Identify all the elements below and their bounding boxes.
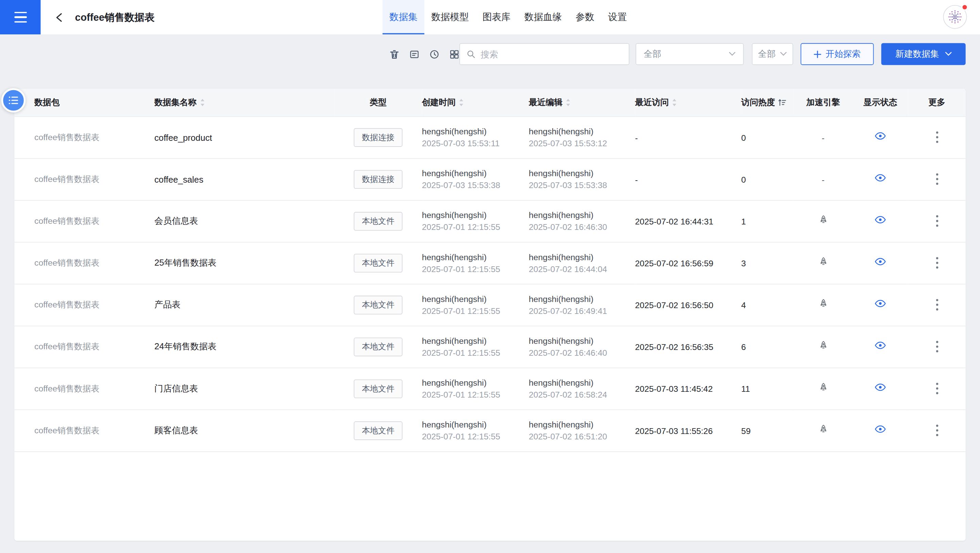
hamburger-menu-button[interactable] bbox=[0, 0, 40, 34]
account-avatar[interactable] bbox=[943, 5, 967, 29]
accelerate-rocket-icon[interactable] bbox=[818, 382, 828, 392]
column-header-edited[interactable]: 最近编辑 bbox=[529, 89, 635, 116]
back-button[interactable] bbox=[50, 0, 69, 34]
created-at: 2025-07-03 15:53:11 bbox=[422, 137, 529, 149]
nav-tab[interactable]: 设置 bbox=[601, 0, 634, 34]
row-more-menu[interactable] bbox=[933, 296, 941, 314]
column-header-name[interactable]: 数据集名称 bbox=[154, 89, 334, 116]
edited-by: hengshi(hengshi) bbox=[529, 335, 635, 347]
visibility-eye-icon[interactable] bbox=[874, 298, 886, 309]
sort-icon[interactable] bbox=[672, 99, 677, 106]
edited-by: hengshi(hengshi) bbox=[529, 376, 635, 388]
created-by: hengshi(hengshi) bbox=[422, 419, 529, 430]
edited-by: hengshi(hengshi) bbox=[529, 419, 635, 430]
accelerate-rocket-icon[interactable] bbox=[818, 214, 828, 225]
edited-at: 2025-07-02 16:44:04 bbox=[529, 263, 635, 275]
last-access-time: 2025-07-03 11:55:26 bbox=[635, 426, 713, 436]
search-box bbox=[460, 43, 629, 65]
visibility-eye-icon[interactable] bbox=[874, 214, 886, 226]
create-dataset-button[interactable]: 新建数据集 bbox=[881, 43, 966, 65]
trash-icon[interactable] bbox=[387, 47, 401, 61]
created-at: 2025-07-03 15:53:38 bbox=[422, 179, 529, 191]
last-access-time: 2025-07-02 16:56:35 bbox=[635, 342, 713, 352]
sort-icon[interactable] bbox=[200, 99, 205, 106]
dataset-table: 数据包 数据集名称 类型 创建时间 最近编辑 最近访问 访问热度 加速引擎 显示… bbox=[14, 89, 966, 452]
dataset-name-link[interactable]: 会员信息表 bbox=[154, 216, 198, 225]
nav-tab[interactable]: 图表库 bbox=[476, 0, 517, 34]
accelerate-rocket-icon[interactable] bbox=[818, 257, 828, 267]
created-at: 2025-07-01 12:15:55 bbox=[422, 305, 529, 317]
visibility-eye-icon[interactable] bbox=[874, 172, 886, 184]
dataset-name-link[interactable]: 门店信息表 bbox=[154, 383, 198, 393]
nav-tabs: 数据集 数据模型 图表库 数据血缘 参数 设置 bbox=[383, 0, 634, 34]
nav-tab[interactable]: 数据集 bbox=[383, 0, 424, 34]
visibility-eye-icon[interactable] bbox=[874, 381, 886, 393]
accelerate-rocket-icon[interactable] bbox=[818, 298, 828, 309]
dataset-type-badge: 本地文件 bbox=[354, 421, 402, 440]
edited-at: 2025-07-03 15:53:12 bbox=[529, 137, 635, 149]
table-row[interactable]: coffee销售数据表 顾客信息表 本地文件 hengshi(hengshi) … bbox=[14, 410, 966, 451]
nav-tab-label: 设置 bbox=[608, 11, 627, 23]
created-by: hengshi(hengshi) bbox=[422, 126, 529, 137]
table-row[interactable]: coffee销售数据表 24年销售数据表 本地文件 hengshi(hengsh… bbox=[14, 326, 966, 368]
sort-amount-icon[interactable] bbox=[778, 99, 786, 106]
table-row[interactable]: coffee销售数据表 25年销售数据表 本地文件 hengshi(hengsh… bbox=[14, 242, 966, 284]
dataset-name-link[interactable]: 顾客信息表 bbox=[154, 425, 198, 435]
row-more-menu[interactable] bbox=[933, 338, 941, 356]
access-heat-count: 11 bbox=[741, 384, 750, 394]
dataset-name-link[interactable]: 24年销售数据表 bbox=[154, 341, 216, 351]
dataset-name-link[interactable]: coffee_sales bbox=[154, 174, 204, 184]
column-header-heat[interactable]: 访问热度 bbox=[741, 89, 794, 116]
column-header-created[interactable]: 创建时间 bbox=[422, 89, 529, 116]
visibility-eye-icon[interactable] bbox=[874, 423, 886, 435]
table-row[interactable]: coffee销售数据表 coffee_product 数据连接 hengshi(… bbox=[14, 116, 966, 158]
form-icon[interactable] bbox=[407, 47, 421, 61]
row-more-menu[interactable] bbox=[933, 212, 941, 230]
edited-at: 2025-07-02 16:46:40 bbox=[529, 347, 635, 359]
start-explore-label: 开始探索 bbox=[826, 48, 861, 59]
dataset-name-link[interactable]: coffee_product bbox=[154, 132, 212, 142]
table-row[interactable]: coffee销售数据表 门店信息表 本地文件 hengshi(hengshi) … bbox=[14, 368, 966, 410]
column-header-last-access[interactable]: 最近访问 bbox=[635, 89, 741, 116]
search-input[interactable] bbox=[480, 49, 622, 59]
accelerate-rocket-icon[interactable] bbox=[818, 424, 828, 434]
sort-icon[interactable] bbox=[459, 99, 464, 106]
visibility-eye-icon[interactable] bbox=[874, 339, 886, 351]
dataset-type-badge: 本地文件 bbox=[354, 212, 402, 230]
filter-dropdown-scope[interactable]: 全部 bbox=[636, 43, 744, 65]
filter-dropdown-type[interactable]: 全部 bbox=[752, 43, 793, 65]
dataset-type-badge: 本地文件 bbox=[354, 253, 402, 272]
nav-tab[interactable]: 数据血缘 bbox=[517, 0, 569, 34]
edited-by: hengshi(hengshi) bbox=[529, 251, 635, 263]
dataset-type-badge: 数据连接 bbox=[354, 128, 402, 147]
start-explore-button[interactable]: 开始探索 bbox=[800, 43, 873, 65]
row-more-menu[interactable] bbox=[933, 421, 941, 440]
dataset-name-link[interactable]: 25年销售数据表 bbox=[154, 257, 216, 267]
visibility-eye-icon[interactable] bbox=[874, 256, 886, 268]
visibility-eye-icon[interactable] bbox=[874, 130, 886, 142]
dataset-package: coffee销售数据表 bbox=[34, 342, 99, 351]
row-more-menu[interactable] bbox=[933, 254, 941, 272]
edited-by: hengshi(hengshi) bbox=[529, 167, 635, 179]
create-dataset-label: 新建数据集 bbox=[895, 48, 939, 59]
row-more-menu[interactable] bbox=[933, 379, 941, 398]
row-more-menu[interactable] bbox=[933, 128, 941, 146]
dataset-type-badge: 本地文件 bbox=[354, 337, 402, 356]
sort-icon[interactable] bbox=[565, 99, 571, 106]
table-row[interactable]: coffee销售数据表 coffee_sales 数据连接 hengshi(he… bbox=[14, 158, 966, 200]
sidebar-expand-toggle[interactable] bbox=[2, 88, 26, 113]
dataset-package: coffee销售数据表 bbox=[34, 258, 99, 268]
table-row[interactable]: coffee销售数据表 会员信息表 本地文件 hengshi(hengshi) … bbox=[14, 200, 966, 242]
table-row[interactable]: coffee销售数据表 产品表 本地文件 hengshi(hengshi) 20… bbox=[14, 284, 966, 325]
row-more-menu[interactable] bbox=[933, 170, 941, 188]
dataset-name-link[interactable]: 产品表 bbox=[154, 299, 181, 309]
edited-by: hengshi(hengshi) bbox=[529, 293, 635, 305]
nav-tab[interactable]: 参数 bbox=[569, 0, 601, 34]
nav-tab[interactable]: 数据模型 bbox=[424, 0, 476, 34]
access-heat-count: 0 bbox=[741, 175, 746, 184]
accelerate-rocket-icon[interactable] bbox=[818, 340, 828, 351]
chevron-down-icon bbox=[945, 52, 951, 56]
created-by: hengshi(hengshi) bbox=[422, 209, 529, 221]
history-icon[interactable] bbox=[427, 47, 441, 61]
access-heat-count: 0 bbox=[741, 133, 746, 142]
